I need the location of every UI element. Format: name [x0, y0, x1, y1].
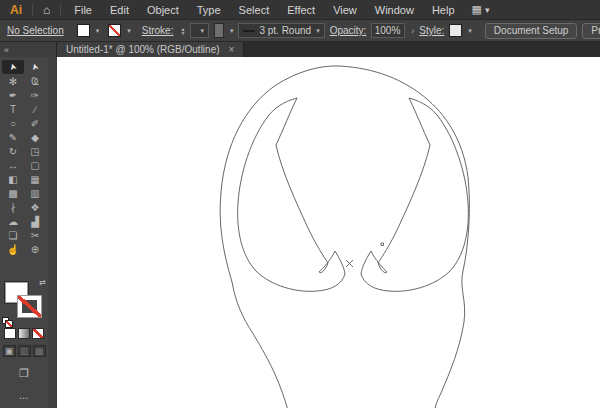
right-horn-path[interactable] [361, 98, 468, 291]
tool-free-transform[interactable]: ▢ [24, 158, 46, 172]
tool-pencil[interactable]: ✎ [2, 130, 24, 144]
draw-normal-button[interactable]: ▣ [3, 345, 16, 357]
ellipse-icon: ○ [10, 118, 16, 129]
tool-eyedropper[interactable]: ∤ [2, 200, 24, 214]
tool-lasso[interactable]: Ҩ [24, 74, 46, 88]
control-bar: No Selection ▾ ▾ Stroke: ▲ ▼ ▾ ▾ 3 pt. R… [0, 20, 600, 42]
hand-icon: ☝ [7, 244, 19, 255]
color-button[interactable] [4, 328, 16, 339]
selection-arrow-icon: ➤ [7, 62, 19, 72]
style-swatch[interactable] [449, 24, 462, 37]
document-tab-title: Untitled-1* @ 100% (RGB/Outline) [66, 44, 220, 55]
tool-width[interactable]: ↔ [2, 158, 24, 172]
tool-artboard[interactable]: ❏ [2, 228, 24, 242]
workspace-grid-icon: ▦ [472, 3, 482, 16]
menu-bar: Ai ⌂ File Edit Object Type Select Effect… [0, 0, 600, 20]
tool-gradient[interactable]: ▥ [24, 186, 46, 200]
stroke-weight-stepper[interactable]: ▲ ▼ [180, 27, 185, 35]
preferences-button[interactable]: Preferences [582, 23, 600, 39]
toolbar-collapse[interactable]: « [0, 42, 57, 57]
tool-paintbrush[interactable]: ✐ [24, 116, 46, 130]
menu-object[interactable]: Object [138, 4, 188, 16]
slice-icon: ✂ [31, 230, 39, 241]
tool-shape-builder[interactable]: ◧ [2, 172, 24, 186]
tool-type[interactable]: T [2, 102, 24, 116]
fill-chevron-icon[interactable]: ▾ [96, 27, 100, 35]
none-button[interactable] [32, 328, 44, 339]
stroke-chevron-icon[interactable]: ▾ [127, 27, 131, 35]
tools-panel: ➤ ➤ ✻ Ҩ ✒ ✑ T ∕ ○ ✐ ✎ ◆ ↻ ◳ ↔ ▢ [0, 57, 48, 408]
default-fill-stroke-icon[interactable] [2, 317, 9, 324]
stepper-down-icon[interactable]: ▼ [180, 31, 185, 35]
document-tab[interactable]: Untitled-1* @ 100% (RGB/Outline) × [57, 42, 244, 57]
tool-direct-selection[interactable]: ➤ [24, 60, 46, 74]
menu-select[interactable]: Select [230, 4, 279, 16]
tool-ellipse[interactable]: ○ [2, 116, 24, 130]
tool-scale[interactable]: ◳ [24, 144, 46, 158]
brush-definition-dropdown[interactable]: 3 pt. Round ▾ [238, 23, 324, 38]
swap-fill-stroke-icon[interactable]: ⇄ [39, 278, 46, 287]
head-outline-path[interactable] [220, 66, 469, 408]
main-area: ➤ ➤ ✻ Ҩ ✒ ✑ T ∕ ○ ✐ ✎ ◆ ↻ ◳ ↔ ▢ [0, 57, 600, 408]
tool-rotate[interactable]: ↻ [2, 144, 24, 158]
stroke-weight-dropdown[interactable]: ▾ [190, 23, 209, 38]
tool-perspective-grid[interactable]: ▦ [24, 172, 46, 186]
tool-eraser[interactable]: ◆ [24, 130, 46, 144]
menubar-divider [60, 4, 61, 16]
tool-hand[interactable]: ☝ [2, 242, 24, 256]
screen-mode-button[interactable]: ❐ [19, 367, 29, 380]
brush-preview-icon [243, 30, 255, 32]
tool-selection[interactable]: ➤ [2, 60, 24, 74]
menu-effect[interactable]: Effect [278, 4, 324, 16]
menu-edit[interactable]: Edit [101, 4, 138, 16]
symbol-sprayer-icon: ☁ [8, 216, 18, 227]
more-tools-button[interactable]: … [19, 390, 30, 401]
tool-slice[interactable]: ✂ [24, 228, 46, 242]
menu-view[interactable]: View [324, 4, 366, 16]
stroke-swatch[interactable] [108, 24, 121, 37]
gradient-button[interactable] [18, 328, 30, 339]
tool-column-graph[interactable]: ▟ [24, 214, 46, 228]
tab-bar: « Untitled-1* @ 100% (RGB/Outline) × [0, 42, 600, 57]
tool-symbol-sprayer[interactable]: ☁ [2, 214, 24, 228]
stroke-label[interactable]: Stroke: [142, 25, 174, 36]
document-setup-button[interactable]: Document Setup [485, 23, 578, 39]
opacity-chevron-icon[interactable]: › [411, 26, 414, 36]
opacity-label[interactable]: Opacity: [330, 25, 367, 36]
draw-behind-button[interactable]: ▥ [18, 345, 31, 357]
tool-magic-wand[interactable]: ✻ [2, 74, 24, 88]
chevron-down-icon: ▾ [485, 5, 490, 15]
draw-inside-button[interactable]: ▩ [33, 345, 46, 357]
workspace-switcher[interactable]: ▦ ▾ [472, 3, 490, 16]
tool-zoom[interactable]: ⊕ [24, 242, 46, 256]
rotate-icon: ↻ [9, 146, 17, 157]
stroke-color-swatch[interactable] [18, 296, 41, 317]
width-profile-dropdown[interactable] [214, 23, 224, 38]
profile-chevron-icon[interactable]: ▾ [230, 27, 234, 35]
style-chevron-icon[interactable]: ▾ [468, 27, 472, 35]
width-tool-icon: ↔ [8, 160, 18, 171]
menu-help[interactable]: Help [423, 4, 464, 16]
magic-wand-icon: ✻ [9, 76, 17, 87]
menu-file[interactable]: File [65, 4, 101, 16]
left-horn-path[interactable] [238, 98, 345, 291]
close-icon[interactable]: × [229, 44, 235, 55]
artwork-outline-view [57, 57, 600, 408]
home-icon[interactable]: ⌂ [37, 3, 56, 17]
curvature-icon: ✑ [31, 90, 39, 101]
style-label[interactable]: Style: [419, 25, 444, 36]
tool-line-segment[interactable]: ∕ [24, 102, 46, 116]
lasso-icon: Ҩ [31, 76, 39, 87]
artboard-icon: ❏ [9, 230, 18, 241]
tool-curvature[interactable]: ✑ [24, 88, 46, 102]
canvas[interactable] [57, 57, 600, 408]
tool-mesh[interactable]: ▩ [2, 186, 24, 200]
tool-blend[interactable]: ❖ [24, 200, 46, 214]
menu-window[interactable]: Window [366, 4, 423, 16]
menu-type[interactable]: Type [188, 4, 230, 16]
tool-pen[interactable]: ✒ [2, 88, 24, 102]
panel-dock-edge [48, 57, 57, 408]
opacity-field[interactable]: 100% [371, 23, 405, 38]
fill-swatch[interactable] [77, 24, 90, 37]
selection-status: No Selection [7, 25, 64, 36]
